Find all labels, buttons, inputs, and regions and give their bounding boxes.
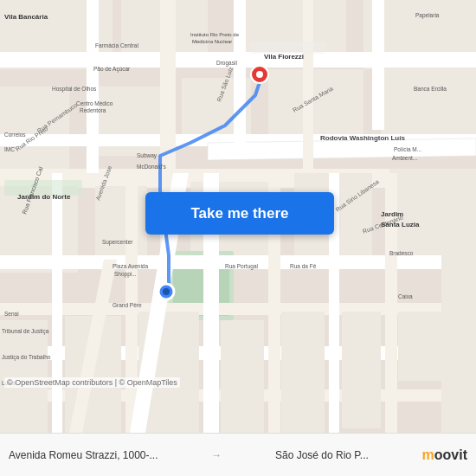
svg-rect-43 [398,312,476,381]
svg-rect-47 [221,363,264,433]
svg-text:Plaza Avenida: Plaza Avenida [113,263,148,269]
svg-text:Jardim do Norte: Jardim do Norte [17,193,71,201]
svg-text:Hospital de Olhos: Hospital de Olhos [52,86,97,93]
svg-text:McDonald's: McDonald's [137,164,167,170]
svg-text:Grand Père: Grand Père [113,302,142,308]
svg-text:Shoppi...: Shoppi... [114,271,137,278]
footer-arrow: → [211,449,222,461]
svg-text:Centro Médico: Centro Médico [76,100,113,106]
svg-text:Jardim: Jardim [381,210,403,218]
svg-text:Caixa: Caixa [398,293,413,299]
svg-text:Medicina Nuclear: Medicina Nuclear [192,39,232,44]
svg-text:IMC: IMC [4,146,15,152]
footer-destination-text: São José do Rio P... [275,449,369,461]
svg-text:Rodovia Washington Luís: Rodovia Washington Luís [320,134,405,142]
svg-rect-36 [441,173,476,433]
moovit-logo: moovit [422,447,467,463]
svg-text:Rua da Fé: Rua da Fé [290,263,317,269]
svg-rect-53 [251,42,325,54]
svg-text:Tribunal de Justiça: Tribunal de Justiça [2,328,49,335]
svg-rect-48 [281,359,325,433]
svg-text:Polícia M...: Polícia M... [394,146,421,152]
svg-text:Papelaria: Papelaria [415,12,440,19]
svg-text:Santa Luzia: Santa Luzia [381,221,420,228]
svg-text:Vila Bancária: Vila Bancária [4,13,48,21]
svg-text:Redentora: Redentora [80,107,106,113]
svg-rect-16 [234,0,246,156]
svg-point-57 [163,288,170,295]
svg-text:Instituto Rio Preto de: Instituto Rio Preto de [190,32,240,37]
footer: Avenida Romeu Strazzi, 1000-... → São Jo… [0,433,476,476]
svg-text:Correios: Correios [4,132,26,138]
svg-text:Supercenter: Supercenter [102,239,133,246]
map-copyright: © OpenStreetMap contributors | © OpenMap… [4,377,180,388]
svg-text:Senai: Senai [4,311,19,317]
take-me-there-button[interactable]: Take me there [145,192,334,235]
svg-text:Pão de Açúcar: Pão de Açúcar [93,66,131,73]
svg-rect-17 [303,0,313,173]
moovit-logo-text: moovit [422,447,467,463]
svg-text:Banca Ercilla: Banca Ercilla [414,86,447,92]
svg-rect-49 [342,359,381,428]
svg-text:Farmácia Central: Farmácia Central [95,42,138,48]
svg-rect-20 [95,186,147,255]
footer-origin: Avenida Romeu Strazzi, 1000-... [9,449,158,461]
svg-text:Vila Fiorezzi: Vila Fiorezzi [264,53,304,61]
svg-text:Bradesco: Bradesco [389,250,414,256]
svg-point-55 [256,71,263,78]
svg-text:Subway: Subway [137,152,158,159]
footer-destination: São José do Rio P... [275,449,369,461]
svg-rect-44 [0,363,48,433]
svg-rect-30 [52,173,62,433]
svg-text:Justiça do Trabalho: Justiça do Trabalho [2,354,51,361]
footer-origin-text: Avenida Romeu Strazzi, 1000-... [9,449,158,461]
svg-rect-5 [0,87,69,173]
svg-text:Ambient...: Ambient... [392,155,417,161]
svg-text:Rua Portugal: Rua Portugal [225,263,258,270]
map-container: Rua Pernambuco Rua Rio Preto Rodovia Was… [0,0,476,433]
svg-rect-18 [372,0,384,130]
svg-text:Drogasil: Drogasil [216,60,237,67]
